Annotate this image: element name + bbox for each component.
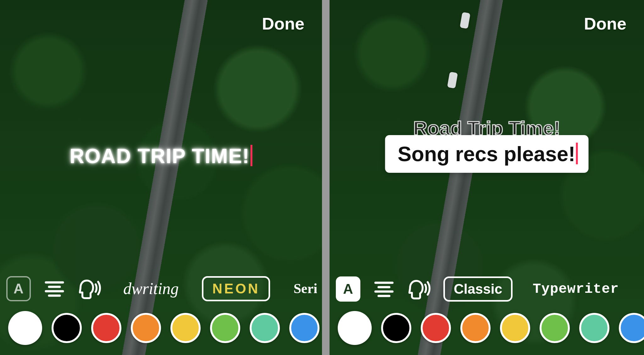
color-swatch-yellow[interactable] (170, 313, 201, 343)
color-swatch-red[interactable] (421, 313, 451, 343)
font-picker: dwriting NEON Serif (114, 276, 317, 302)
font-picker: Classic Typewriter (443, 276, 639, 302)
color-swatch-orange[interactable] (131, 313, 161, 343)
background-image (330, 0, 644, 355)
color-swatch-blue[interactable] (289, 313, 319, 343)
text-toolbar: A (0, 276, 322, 302)
color-swatch-red[interactable] (91, 313, 121, 343)
text-align-button[interactable] (372, 277, 396, 301)
color-swatch-teal[interactable] (579, 313, 609, 343)
color-swatch-black[interactable] (381, 313, 411, 343)
color-swatch-white[interactable] (8, 311, 42, 345)
story-editor-panel-right: Done Road Trip Time! Song recs please! A (330, 0, 644, 355)
done-button[interactable]: Done (262, 14, 304, 33)
text-to-speech-button[interactable] (78, 276, 103, 301)
font-option-serif[interactable]: Serif (284, 277, 317, 300)
text-caret (250, 145, 252, 166)
text-caret (576, 143, 578, 164)
story-editor-panel-left: Done ROAD TRIP TIME! A (0, 0, 322, 355)
color-swatch-blue[interactable] (619, 313, 644, 343)
font-option-typewriter[interactable]: Typewriter (523, 277, 628, 301)
speaking-head-icon (408, 278, 431, 300)
align-center-icon (45, 281, 64, 297)
text-style-toggle[interactable]: A (336, 277, 360, 301)
panel-divider (322, 0, 330, 355)
font-option-handwriting[interactable]: dwriting (114, 276, 188, 302)
done-button[interactable]: Done (584, 14, 626, 33)
text-toolbar: A (330, 276, 644, 302)
color-picker (330, 311, 644, 345)
align-center-icon (374, 281, 394, 297)
color-swatch-green[interactable] (540, 313, 570, 343)
text-style-toggle[interactable]: A (6, 276, 31, 301)
letter-a-icon: A (6, 276, 31, 301)
text-overlay-content: ROAD TRIP TIME! (70, 145, 250, 167)
font-option-classic[interactable]: Classic (443, 276, 513, 302)
color-swatch-yellow[interactable] (500, 313, 530, 343)
text-overlay-content: Song recs please! (398, 142, 575, 166)
color-swatch-black[interactable] (52, 313, 82, 343)
text-to-speech-button[interactable] (408, 277, 432, 301)
color-swatch-white[interactable] (338, 311, 372, 345)
font-option-neon[interactable]: NEON (202, 276, 270, 301)
background-image (0, 0, 322, 355)
color-swatch-teal[interactable] (250, 313, 280, 343)
color-picker (0, 311, 322, 345)
text-overlay[interactable]: Song recs please! (385, 135, 589, 173)
color-swatch-green[interactable] (210, 313, 240, 343)
text-overlay[interactable]: ROAD TRIP TIME! (70, 145, 253, 168)
text-align-button[interactable] (42, 276, 67, 301)
speaking-head-icon (79, 278, 102, 299)
color-swatch-orange[interactable] (460, 313, 491, 343)
letter-a-icon: A (336, 276, 360, 302)
